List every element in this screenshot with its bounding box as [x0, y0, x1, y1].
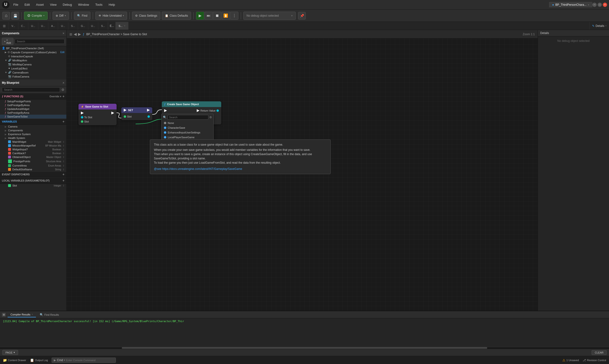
unsaved-indicator[interactable]: ⚠ 1 Unsaved [562, 358, 579, 362]
bp-tab[interactable]: ● BP_ThirdPersonChara... × [549, 2, 592, 7]
save-slot-exec-in[interactable] [81, 112, 84, 115]
var-defaultslotname[interactable]: DefaultSlotName String ⇕ [0, 168, 66, 171]
capsule-edit-button[interactable]: Edit [60, 51, 65, 53]
class-option-charactersave[interactable]: CharacterSave [162, 125, 213, 130]
menu-asset[interactable]: Asset [35, 2, 45, 7]
nav-forward[interactable]: ▶ [78, 32, 81, 36]
canvas-area[interactable]: ⊞ ◀ ▶ ƒ BP_ThirdPersonCharacter > Save G… [67, 30, 538, 348]
save-slot-exec-out[interactable] [111, 112, 114, 115]
var-camera[interactable]: ▶ Camera [0, 125, 66, 129]
bp-tab-close[interactable]: × [588, 4, 589, 6]
details-tab[interactable]: ✎ Details × [589, 22, 609, 30]
var-prestigepoints[interactable]: PrestigePoints Structure Area ⇕ [0, 159, 66, 164]
set-slot-in[interactable]: Slot [124, 115, 131, 118]
func-update-area[interactable]: ƒ UpdateAreaWidget [0, 107, 66, 111]
tab-c[interactable]: C... [18, 22, 28, 30]
tab-g[interactable]: G... [78, 22, 88, 30]
node-save-game-to-slot[interactable]: ⚡ Save Game to Slot To Slot [78, 104, 117, 125]
components-add-button[interactable]: + + Add [2, 38, 13, 45]
func-get-prestige[interactable]: ƒ GetPrestigeByArea [0, 103, 66, 107]
scrollbar[interactable] [0, 347, 609, 349]
var-health[interactable]: ▶ Health System [0, 136, 66, 140]
find-results-tab[interactable]: 🔍 Find Results [37, 312, 62, 317]
step-forward-button[interactable]: ⏭ [205, 12, 213, 20]
var-widgetinput[interactable]: WidgetInput? Boolean ⇕ [0, 147, 66, 151]
revision-control-button[interactable]: ⎇ Revision Control [583, 359, 606, 362]
tab-v[interactable]: V... [9, 22, 18, 30]
create-save-exec-in[interactable] [164, 109, 167, 112]
my-blueprint-search-input[interactable] [2, 87, 60, 92]
compiler-tab-close[interactable]: × [32, 313, 33, 316]
clear-button[interactable]: CLEAR [592, 350, 607, 355]
settings-icon[interactable]: ⚙ [61, 88, 65, 91]
scrollbar-thumb[interactable] [122, 347, 487, 349]
func-set-prestige[interactable]: ƒ SetPrestigeByArea [0, 111, 66, 115]
nav-back[interactable]: ◀ [74, 32, 77, 36]
debug-selector[interactable]: No debug object selected ▾ [243, 12, 296, 20]
menu-view[interactable]: View [49, 2, 58, 7]
var-mainwidget[interactable]: MainWidget Main Widget ⇕ [0, 140, 66, 144]
tab-s3-close[interactable]: × [124, 25, 125, 27]
func-save-game[interactable]: ƒ SaveGameToSlot [0, 115, 66, 118]
maximize-button[interactable]: □ [597, 3, 602, 7]
menu-help[interactable]: Help [107, 2, 117, 7]
class-option-enhanced[interactable]: EnhancedInputUserSettings [162, 130, 213, 135]
compile-button[interactable]: ⚙ Compile ▾ [24, 12, 48, 20]
find-button[interactable]: 🔍 Find [74, 12, 91, 20]
var-obtainedobject[interactable]: ObtainedObject Master Object ⇕ [0, 155, 66, 159]
cmd-input[interactable] [66, 359, 114, 362]
my-blueprint-close[interactable]: × [63, 81, 65, 85]
var-currentarea[interactable]: CurrentArea Enum Areas ⇕ [0, 164, 66, 168]
components-search-input[interactable] [15, 39, 65, 44]
var-components[interactable]: ▶ Components [0, 129, 66, 132]
set-teal-out[interactable] [147, 115, 150, 118]
tab-u1[interactable]: U... [28, 22, 38, 30]
more-play-button[interactable]: ⋮ [230, 12, 238, 20]
tooltip-link[interactable]: @see https://docs.unrealengine.com/lates… [154, 167, 327, 171]
diff-button[interactable]: ⊕ Diff ▾ [52, 12, 69, 20]
slot-pin[interactable]: Slot [81, 120, 89, 123]
menu-file[interactable]: File [12, 2, 20, 7]
tree-item-capsule[interactable]: ▶ ⊙ Capsule Component (CollisionCylinder… [0, 50, 66, 54]
to-slot-pin[interactable]: To Slot [81, 116, 92, 119]
debug-options-button[interactable]: 📌 [298, 12, 306, 20]
class-search-input[interactable] [168, 115, 208, 120]
content-drawer-button[interactable]: 📁 Content Drawer [3, 358, 26, 362]
var-missionmgr[interactable]: MissionManagerRef BP Mission Ma ⇕ [0, 144, 66, 147]
components-close[interactable]: × [63, 31, 65, 35]
hide-unrelated-button[interactable]: 👁 Hide Unrelated ▾ [95, 12, 127, 20]
tab-s3[interactable]: S... × [116, 22, 128, 30]
menu-edit[interactable]: Edit [23, 2, 31, 7]
minimize-button[interactable]: ─ [592, 3, 597, 7]
home-button[interactable]: ⌂ [2, 12, 10, 20]
menu-window[interactable]: Window [77, 2, 91, 7]
details-close[interactable]: × [605, 25, 607, 27]
tree-item-follow-cam[interactable]: 📷 FollowCamera [0, 75, 66, 78]
create-save-exec-out[interactable]: Return Value [197, 109, 219, 112]
menu-debug[interactable]: Debug [61, 2, 73, 7]
tab-u3[interactable]: U... [58, 22, 68, 30]
tree-item-self[interactable]: 👤 BP_ThirdPersonCharacter (Self) [0, 46, 66, 50]
tab-s1[interactable]: S... [68, 22, 78, 30]
variables-add[interactable]: + [63, 120, 65, 123]
class-option-none[interactable]: None [162, 121, 213, 125]
output-log-button[interactable]: 📋 Output Log [30, 358, 48, 362]
compiler-results-tab[interactable]: Compiler Results × [8, 312, 36, 317]
stop-button[interactable]: ⏹ [213, 12, 221, 20]
tree-item-minimap-arm[interactable]: ▼ 🔗 MiniMapArm [0, 58, 66, 62]
tree-item-interaction[interactable]: ⊙ InteractionCapsule [0, 54, 66, 58]
class-settings-button[interactable]: ⚙ Class Settings [132, 12, 160, 20]
func-setup-prestige[interactable]: ƒ SetupPrestigePoints [0, 99, 66, 103]
var-slot[interactable]: Slot Integer ⇕ [0, 184, 66, 187]
tab-u2[interactable]: U... [38, 22, 48, 30]
var-canattack[interactable]: CanAttack? Boolean ⇕ [0, 151, 66, 155]
menu-tools[interactable]: Tools [94, 2, 104, 7]
override-label[interactable]: Override ▾ [50, 95, 61, 98]
class-option-localplayer[interactable]: LocalPlayerSaveGame [162, 135, 213, 140]
event-dispatchers-add[interactable]: + [63, 172, 65, 176]
class-gear-icon[interactable]: ⚙ [209, 116, 212, 119]
close-button[interactable]: × [603, 3, 607, 7]
save-button[interactable]: 💾 [12, 12, 19, 20]
page-button[interactable]: PAGE ▾ [2, 350, 18, 355]
play-button[interactable]: ▶ [196, 12, 204, 20]
